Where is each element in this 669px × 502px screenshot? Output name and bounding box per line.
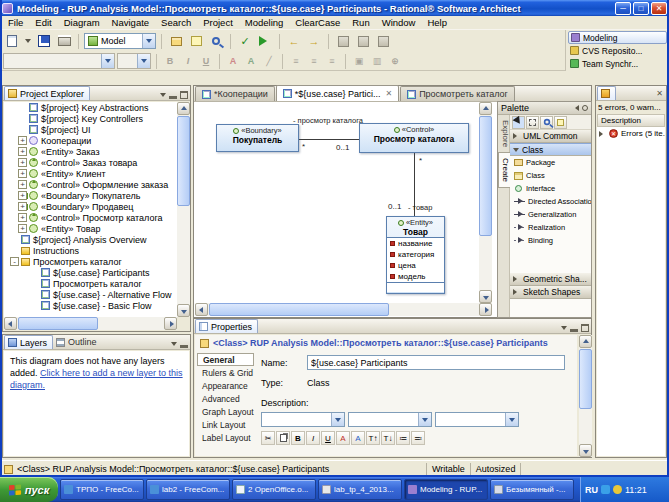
new-class-icon[interactable] bbox=[167, 33, 185, 50]
underline-icon[interactable]: U bbox=[321, 431, 335, 445]
menu-window[interactable]: Window bbox=[376, 16, 422, 29]
numbered-list-icon[interactable]: ≕ bbox=[411, 431, 425, 445]
perspective-cvs[interactable]: CVS Reposito... bbox=[568, 44, 667, 57]
palette-tab-explore[interactable]: Explore bbox=[498, 115, 510, 152]
attribute-row[interactable]: название bbox=[387, 238, 444, 249]
attribute-row[interactable]: категория bbox=[387, 249, 444, 260]
tab-outline[interactable]: Outline bbox=[53, 335, 102, 349]
props-tab-graph-layout[interactable]: Graph Layout bbox=[197, 405, 254, 418]
scroll-thumb[interactable] bbox=[479, 116, 492, 236]
tree-item[interactable]: ${use.case} - Basic Flow bbox=[4, 300, 177, 311]
diagram-canvas[interactable]: - просмотр каталога * 0..1 * 0..1 - това… bbox=[195, 102, 479, 303]
maximize-view-icon[interactable] bbox=[180, 91, 188, 99]
menu-search[interactable]: Search bbox=[155, 16, 197, 29]
scroll-thumb[interactable] bbox=[18, 317, 98, 330]
tab-project-explorer[interactable]: Project Explorer bbox=[4, 86, 90, 100]
multiplicity-label[interactable]: * bbox=[419, 156, 422, 165]
task-openoffice[interactable]: 2 OpenOffice.o... bbox=[232, 479, 316, 500]
highlight-color-icon[interactable]: A bbox=[351, 431, 365, 445]
italic-button[interactable]: I bbox=[180, 54, 196, 69]
menu-diagram[interactable]: Diagram bbox=[58, 16, 106, 29]
tree-item[interactable]: ${project} Key Abstractions bbox=[4, 102, 177, 113]
new-wizard-icon[interactable] bbox=[3, 33, 21, 50]
back-icon[interactable]: ← bbox=[285, 33, 303, 50]
tree-item[interactable]: +«Control» Просмотр каталога bbox=[4, 212, 177, 223]
editor-tab-cooperations[interactable]: *Кооперации bbox=[195, 86, 275, 101]
tab-layers[interactable]: Layers bbox=[4, 335, 53, 349]
perspective-modeling[interactable]: Modeling bbox=[568, 31, 667, 44]
palette-item-realization[interactable]: Realization bbox=[510, 221, 591, 234]
decrease-font-icon[interactable]: T↓ bbox=[381, 431, 395, 445]
italic-icon[interactable]: I bbox=[306, 431, 320, 445]
perspective-team[interactable]: Team Synchr... bbox=[568, 57, 667, 70]
view-menu-icon[interactable] bbox=[171, 342, 177, 349]
tree-item[interactable]: +Кооперации bbox=[4, 135, 177, 146]
close-button[interactable]: ✕ bbox=[651, 2, 667, 15]
expand-toggle[interactable]: + bbox=[18, 202, 27, 211]
multiplicity-label[interactable]: 0..1 bbox=[336, 143, 349, 152]
description-style-combo[interactable] bbox=[261, 412, 345, 427]
run-icon[interactable] bbox=[256, 33, 274, 50]
props-tab-link-layout[interactable]: Link Layout bbox=[197, 418, 254, 431]
tray-icon-1[interactable] bbox=[601, 485, 610, 494]
drawer-geometric-shapes[interactable]: Geometric Sha... bbox=[510, 273, 591, 286]
tree-item[interactable]: +«Entity» Товар bbox=[4, 223, 177, 234]
start-button[interactable]: пуск bbox=[0, 477, 58, 502]
underline-button[interactable]: U bbox=[198, 54, 214, 69]
align-center-button[interactable]: ≡ bbox=[306, 54, 322, 69]
association-label[interactable]: - просмотр каталога bbox=[293, 116, 363, 125]
props-tab-appearance[interactable]: Appearance bbox=[197, 379, 254, 392]
tree-item[interactable]: -Просмотреть каталог bbox=[4, 256, 177, 267]
new-dropdown-icon[interactable] bbox=[23, 33, 33, 50]
cut-icon[interactable]: ✂ bbox=[261, 431, 275, 445]
language-indicator[interactable]: RU bbox=[585, 485, 598, 495]
expand-toggle[interactable]: + bbox=[18, 147, 27, 156]
task-paint[interactable]: Безымянный -... bbox=[490, 479, 574, 500]
menu-modeling[interactable]: Modeling bbox=[239, 16, 290, 29]
scroll-thumb[interactable] bbox=[177, 116, 190, 206]
description-column-header[interactable]: Description bbox=[597, 114, 665, 127]
note-tool[interactable] bbox=[554, 116, 567, 129]
tree-item[interactable]: +«Entity» Заказ bbox=[4, 146, 177, 157]
fill-color-button[interactable]: A bbox=[243, 54, 259, 69]
tab-problems[interactable] bbox=[597, 86, 616, 100]
toolbar-extra-icon-1[interactable] bbox=[334, 33, 352, 50]
tree-item[interactable]: Просмотреть каталог bbox=[4, 278, 177, 289]
properties-vscrollbar[interactable] bbox=[579, 335, 592, 457]
boundary-class-node[interactable]: «Boundary» Покупатель bbox=[216, 124, 299, 152]
description-size-combo[interactable] bbox=[435, 412, 519, 427]
copy-icon[interactable] bbox=[276, 431, 290, 445]
pin-icon[interactable] bbox=[582, 105, 588, 111]
expand-toggle[interactable]: + bbox=[18, 224, 27, 233]
font-size-combo[interactable] bbox=[117, 53, 151, 69]
palette-item-binding[interactable]: Binding bbox=[510, 234, 591, 247]
select-tool[interactable] bbox=[512, 116, 525, 129]
arrange-button[interactable]: ▣ bbox=[351, 54, 367, 69]
drawer-class[interactable]: Class bbox=[510, 143, 591, 156]
close-view-icon[interactable]: ✕ bbox=[655, 89, 664, 98]
line-color-button[interactable]: ╱ bbox=[261, 54, 277, 69]
scroll-down-button[interactable] bbox=[479, 290, 492, 303]
role-label[interactable]: - товар bbox=[408, 203, 432, 212]
maximize-button[interactable]: □ bbox=[633, 2, 649, 15]
project-explorer-vscrollbar[interactable] bbox=[177, 102, 190, 317]
toolbar-extra-icon-3[interactable] bbox=[374, 33, 392, 50]
tree-item[interactable]: +«Entity» Клиент bbox=[4, 168, 177, 179]
project-explorer-hscrollbar[interactable] bbox=[4, 317, 177, 330]
expand-icon[interactable] bbox=[599, 131, 606, 137]
expand-toggle[interactable]: + bbox=[18, 158, 27, 167]
scroll-right-button[interactable] bbox=[164, 317, 177, 330]
menu-run[interactable]: Run bbox=[346, 16, 375, 29]
menu-navigate[interactable]: Navigate bbox=[106, 16, 156, 29]
marquee-tool[interactable] bbox=[526, 116, 539, 129]
expand-toggle[interactable]: + bbox=[18, 191, 27, 200]
attribute-row[interactable]: цена bbox=[387, 260, 444, 271]
drawer-sketch-shapes[interactable]: Sketch Shapes bbox=[510, 286, 591, 299]
minimize-view-icon[interactable] bbox=[169, 96, 177, 99]
scroll-thumb[interactable] bbox=[209, 303, 389, 316]
props-tab-rulers-grid[interactable]: Rulers & Grid bbox=[197, 366, 254, 379]
clock[interactable]: 11:21 bbox=[625, 485, 647, 495]
print-icon[interactable] bbox=[55, 33, 73, 50]
model-combo-arrow[interactable] bbox=[142, 34, 155, 48]
tree-item[interactable]: +«Boundary» Продавец bbox=[4, 201, 177, 212]
